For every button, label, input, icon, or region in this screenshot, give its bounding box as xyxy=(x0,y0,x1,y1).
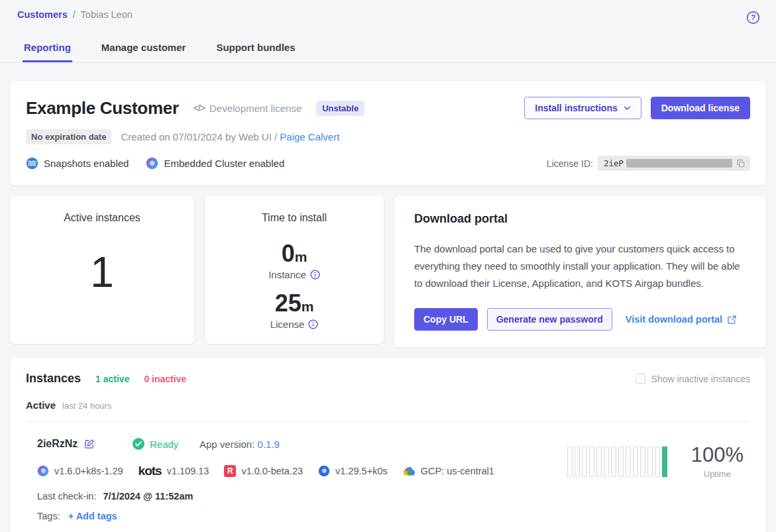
embedded-cluster-icon: ☸ xyxy=(146,157,158,170)
breadcrumb: Customers / Tobias Leon xyxy=(17,9,133,20)
active-section-row: Active last 24 hours xyxy=(26,399,750,411)
version-label: v1.109.13 xyxy=(167,466,209,476)
download-portal-title: Download portal xyxy=(414,212,746,226)
download-portal-actions: Copy URL Generate new password Visit dow… xyxy=(414,308,746,331)
instance-row: 2ieRzNz Ready App version: 0.1.9 xyxy=(26,438,750,521)
license-id-redacted xyxy=(626,159,732,168)
tab-manage-customer[interactable]: Manage customer xyxy=(100,42,188,62)
customer-name: Example Customer xyxy=(26,98,179,119)
license-id-row: License ID: 2ieP xyxy=(547,156,750,171)
divider xyxy=(26,421,750,422)
visit-portal-label: Visit download portal xyxy=(626,314,722,325)
breadcrumb-current-customer: Tobias Leon xyxy=(81,9,133,20)
kubernetes-icon: ☸ xyxy=(318,465,330,477)
cloud-provider: GCP: us-central1 xyxy=(403,466,494,476)
version-label: v1.0.0-beta.23 xyxy=(241,466,303,476)
active-instances-value: 1 xyxy=(10,248,194,297)
stats-row: Active instances 1 Time to install 0m In… xyxy=(9,195,767,348)
active-count: 1 active xyxy=(95,374,129,384)
customer-meta-row: No expiration date Created on 07/01/2024… xyxy=(26,129,750,144)
version-label: v1.29.5+k0s xyxy=(335,466,388,476)
customer-features-row: Snapshots enabled ☸ Embedded Cluster ena… xyxy=(26,156,750,171)
replicated-sdk-version: R v1.0.0-beta.23 xyxy=(224,465,303,477)
info-icon[interactable] xyxy=(310,270,320,280)
active-section-sublabel: last 24 hours xyxy=(62,401,111,411)
last-checkin-row: Last check-in: 7/1/2024 @ 11:52am xyxy=(37,491,750,502)
install-instructions-button[interactable]: Install instructions xyxy=(524,97,641,119)
time-to-install-card: Time to install 0m Instance 25m License xyxy=(204,195,384,345)
embedded-cluster-icon: ☸ xyxy=(37,465,49,477)
info-icon[interactable] xyxy=(308,319,318,329)
feature-embedded-cluster: ☸ Embedded Cluster enabled xyxy=(146,157,284,170)
replicated-icon: R xyxy=(224,465,236,477)
svg-text:☸: ☸ xyxy=(321,468,327,475)
chevron-down-icon xyxy=(624,106,631,111)
download-portal-card: Download portal The download portal can … xyxy=(394,195,767,348)
created-by-link[interactable]: Paige Calvert xyxy=(280,131,339,142)
visit-portal-link[interactable]: Visit download portal xyxy=(626,314,737,325)
license-install-time: 25m xyxy=(205,290,384,317)
uptime-bars xyxy=(567,447,667,477)
active-section-label: Active xyxy=(26,399,56,411)
license-install-label: License xyxy=(205,319,384,330)
feature-label: Embedded Cluster enabled xyxy=(164,158,284,169)
download-license-button[interactable]: Download license xyxy=(651,97,750,119)
feature-snapshots: Snapshots enabled xyxy=(26,157,129,170)
copy-url-button[interactable]: Copy URL xyxy=(414,308,478,331)
kots-version: kots v1.109.13 xyxy=(139,464,209,478)
snapshots-icon xyxy=(26,157,38,170)
code-icon: </> xyxy=(194,103,205,113)
tags-label: Tags: xyxy=(37,511,60,521)
tab-support-bundles[interactable]: Support bundles xyxy=(215,42,296,62)
last-checkin-label: Last check-in: xyxy=(37,491,96,502)
instances-header: Instances 1 active 0 inactive Show inact… xyxy=(26,372,750,386)
svg-text:☸: ☸ xyxy=(149,160,155,167)
generate-password-button[interactable]: Generate new password xyxy=(487,308,612,331)
check-circle-icon xyxy=(133,438,144,450)
show-inactive-toggle[interactable]: Show inactive instances xyxy=(636,374,750,384)
tags-row: Tags: + Add tags xyxy=(37,511,750,521)
created-text: Created on 07/01/2024 by Web UI / Paige … xyxy=(121,131,339,142)
last-checkin-value: 7/1/2024 @ 11:52am xyxy=(103,491,193,502)
inactive-count: 0 inactive xyxy=(144,374,186,384)
tab-bar: Reporting Manage customer Support bundle… xyxy=(0,42,776,63)
license-id-field: 2ieP xyxy=(598,156,750,171)
license-id-label: License ID: xyxy=(547,158,593,169)
external-link-icon xyxy=(727,315,737,325)
copy-license-icon[interactable] xyxy=(736,159,746,168)
customer-title-row: Example Customer </> Development license… xyxy=(26,97,750,119)
uptime-summary: 100% Uptime xyxy=(691,443,744,479)
active-instances-card: Active instances 1 xyxy=(9,195,195,345)
feature-label: Snapshots enabled xyxy=(44,158,129,169)
show-inactive-label: Show inactive instances xyxy=(651,374,750,384)
time-to-install-title: Time to install xyxy=(205,212,384,224)
tab-reporting[interactable]: Reporting xyxy=(23,42,72,62)
breadcrumb-customers-link[interactable]: Customers xyxy=(17,9,68,20)
help-icon[interactable]: ? xyxy=(746,11,760,27)
instance-id: 2ieRzNz xyxy=(37,438,133,450)
instance-install-label: Instance xyxy=(205,269,384,280)
svg-text:☸: ☸ xyxy=(40,468,46,475)
show-inactive-checkbox[interactable] xyxy=(636,374,645,384)
instances-title: Instances xyxy=(26,372,81,386)
instance-status: Ready xyxy=(133,438,199,450)
kots-logo: kots xyxy=(139,464,162,478)
gcp-icon xyxy=(403,466,416,476)
channel-badge: Unstable xyxy=(316,101,364,116)
instance-status-label: Ready xyxy=(150,439,178,450)
expiration-badge: No expiration date xyxy=(26,129,111,144)
edit-icon[interactable] xyxy=(84,439,95,449)
customer-header-card: Example Customer </> Development license… xyxy=(9,80,767,186)
version-label: v1.6.0+k8s-1.29 xyxy=(54,466,123,476)
active-instances-title: Active instances xyxy=(10,212,194,224)
instance-id-text: 2ieRzNz xyxy=(37,438,78,450)
add-tags-link[interactable]: + Add tags xyxy=(68,511,117,521)
uptime-label: Uptime xyxy=(691,469,744,479)
breadcrumb-separator: / xyxy=(73,9,76,20)
instance-install-time: 0m xyxy=(205,240,384,268)
app-version-link[interactable]: 0.1.9 xyxy=(258,439,280,450)
download-portal-description: The download portal can be used to give … xyxy=(414,240,746,292)
header-actions: Install instructions Download license xyxy=(524,97,750,119)
embedded-cluster-version: ☸ v1.6.0+k8s-1.29 xyxy=(37,465,123,477)
uptime-widget: 100% Uptime xyxy=(567,443,744,479)
